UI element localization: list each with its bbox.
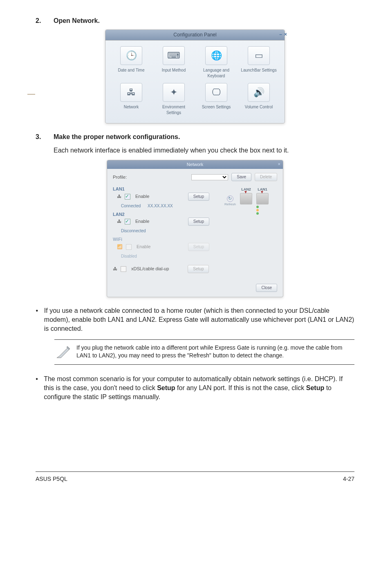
network-dialog-title-bar: Network × — [107, 160, 283, 169]
config-label-network: Network — [112, 104, 150, 110]
config-item-volume[interactable]: 🔊 Volume Control — [240, 83, 278, 116]
panel-minimize-icon[interactable]: – — [279, 31, 282, 38]
dialog-close-icon[interactable]: × — [278, 161, 280, 167]
step3-number: 3. — [36, 132, 45, 141]
config-item-screen[interactable]: 🖵 Screen Settings — [197, 83, 235, 116]
lan1-enable-label: Enable — [135, 193, 149, 200]
delete-button[interactable]: Delete — [255, 173, 277, 181]
config-label-date-time: Date and Time — [112, 67, 150, 73]
clock-icon: 🕒 — [120, 46, 142, 65]
pencil-icon — [54, 344, 71, 360]
monitor-icon: 🖵 — [205, 83, 227, 102]
network-pointer-label: Network — [27, 90, 35, 98]
config-label-input-method: Input Method — [155, 67, 193, 73]
step2-text: Open Network. — [54, 16, 100, 25]
config-item-input-method[interactable]: ⌨ Input Method — [155, 46, 193, 79]
speaker-icon: 🔊 — [248, 83, 270, 102]
wifi-icon: 📶 — [117, 244, 123, 250]
lan2-status: Disconnected — [121, 228, 209, 234]
config-item-language-keyboard[interactable]: 🌐 Language and Keyboard — [197, 46, 235, 79]
bullet2-bold2: Setup — [306, 384, 324, 391]
wifi-status: Disabled — [121, 254, 209, 259]
wifi-enable-label: Enable — [137, 244, 150, 250]
lan2-enable-checkbox[interactable] — [125, 219, 130, 224]
profile-select[interactable] — [191, 174, 228, 180]
bullet1-marker: • — [36, 306, 38, 334]
svg-marker-0 — [57, 348, 69, 358]
config-item-launchbar[interactable]: ▭ LaunchBar Settings — [240, 46, 278, 79]
step3-body: Each network interface is enabled immedi… — [54, 146, 354, 155]
config-item-network[interactable]: 🖧 Network — [112, 83, 150, 116]
config-item-date-time[interactable]: 🕒 Date and Time — [112, 46, 150, 79]
network-dialog: Network × Profile: Save Delete LAN1 🖧 En… — [107, 160, 283, 297]
step3-text: Make the proper network configurations. — [54, 132, 180, 141]
settings-icon: ✦ — [163, 83, 185, 102]
config-item-environment[interactable]: ✦ Environment Settings — [155, 83, 193, 116]
lan2-icon: 🖧 — [117, 218, 121, 224]
page-footer: ASUS P5QL 4-27 — [36, 471, 354, 483]
configuration-panel-title-text: Configuration Panel — [173, 32, 216, 38]
bullet2-mid: for any LAN port. If this is not the cas… — [175, 384, 306, 391]
globe-keyboard-icon: 🌐 — [205, 46, 227, 65]
bullet2-text: The most common scenario is for your com… — [44, 375, 354, 402]
lan1-enable-checkbox[interactable] — [125, 194, 130, 200]
port-lan1-lights — [256, 206, 269, 215]
footer-left: ASUS P5QL — [36, 475, 67, 483]
refresh-button[interactable]: ↻ — [227, 195, 233, 202]
save-button[interactable]: Save — [231, 173, 251, 181]
lan2-section-label: LAN2 — [113, 211, 209, 218]
lan1-status: Connected — [121, 204, 141, 208]
network-dialog-title: Network — [187, 162, 203, 167]
close-button[interactable]: Close — [256, 284, 277, 292]
dialup-icon: 🖧 — [113, 266, 117, 272]
lan1-section-label: LAN1 — [113, 186, 209, 192]
pointer-line — [27, 94, 35, 94]
configuration-panel-title: Configuration Panel – × — [105, 30, 285, 40]
footer-right: 4-27 — [343, 475, 354, 483]
panel-close-icon[interactable]: × — [284, 31, 287, 38]
config-label-screen: Screen Settings — [197, 104, 235, 110]
port-lan2-icon — [240, 193, 252, 204]
wifi-enable-checkbox — [126, 244, 132, 250]
config-label-volume: Volume Control — [240, 104, 278, 110]
bullet1-text: If you use a network cable connected to … — [44, 306, 354, 334]
bullet2-marker: • — [36, 375, 38, 402]
configuration-panel: Configuration Panel – × 🕒 Date and Time … — [105, 29, 285, 123]
profile-label: Profile: — [113, 174, 127, 180]
note-box: If you plug the network cable into a dif… — [54, 339, 354, 365]
note-text: If you plug the network cable into a dif… — [76, 344, 354, 360]
wifi-setup-button: Setup — [188, 243, 209, 251]
lan2-setup-button[interactable]: Setup — [188, 218, 209, 226]
wifi-section-label: WiFi — [113, 236, 209, 242]
lan2-enable-label: Enable — [135, 218, 149, 224]
refresh-label: Refresh — [224, 202, 236, 206]
dialup-enable-label: xDSL/cable dial-up — [131, 266, 169, 272]
bullet2-bold1: Setup — [157, 384, 175, 391]
dialup-enable-checkbox[interactable] — [121, 266, 126, 272]
config-label-launchbar: LaunchBar Settings — [240, 67, 278, 73]
launchbar-icon: ▭ — [248, 46, 270, 65]
config-label-environment: Environment Settings — [155, 104, 193, 116]
config-label-language-keyboard: Language and Keyboard — [197, 67, 235, 79]
lan1-icon: 🖧 — [117, 193, 121, 200]
port-lan1-icon — [256, 193, 269, 204]
lan1-setup-button[interactable]: Setup — [188, 193, 209, 201]
lan1-ip: XX.XX.XX.XX — [148, 204, 173, 208]
dialup-setup-button: Setup — [188, 265, 209, 273]
keyboard-icon: ⌨ — [163, 46, 185, 65]
step2-number: 2. — [36, 16, 45, 25]
network-icon: 🖧 — [120, 83, 142, 102]
